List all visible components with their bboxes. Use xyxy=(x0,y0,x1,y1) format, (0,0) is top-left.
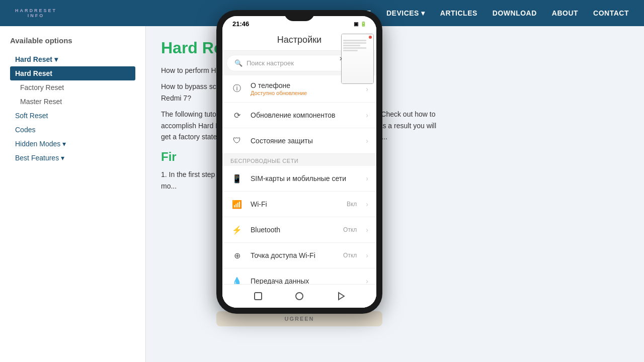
thumbnail-line-3 xyxy=(343,45,360,46)
triangle-icon xyxy=(336,292,345,301)
svg-marker-2 xyxy=(339,293,344,300)
thumbnail-line-1 xyxy=(343,40,366,41)
sidebar-item-codes[interactable]: Codes xyxy=(10,123,135,137)
sim-icon: 📱 xyxy=(230,172,244,185)
site-logo: HARDRESET INFO xyxy=(15,8,57,18)
sidebar-item-hidden-modes[interactable]: Hidden Modes ▾ xyxy=(10,137,135,151)
update-text: Обновление компонентов xyxy=(251,111,359,119)
status-icons: ▣ 🔋 xyxy=(354,21,366,27)
status-time: 21:46 xyxy=(232,20,249,28)
sidebar-item-hard-reset-heading[interactable]: Hard Reset ▾ xyxy=(10,52,135,66)
thumbnail-line-4 xyxy=(343,47,366,49)
settings-item-hotspot[interactable]: ⊕ Точка доступа Wi-Fi Откл › xyxy=(222,243,376,268)
search-icon: 🔍 xyxy=(234,59,243,67)
settings-item-wifi[interactable]: 📶 Wi-Fi Вкл › xyxy=(222,192,376,217)
stand-label: UGREEN xyxy=(284,316,314,322)
nav-back-button[interactable] xyxy=(253,291,264,302)
svg-point-1 xyxy=(296,293,303,300)
wifi-chevron: › xyxy=(366,200,368,208)
sidebar-title: Available options xyxy=(10,36,135,45)
hotspot-title: Точка доступа Wi-Fi xyxy=(251,251,336,259)
bluetooth-status: Откл xyxy=(343,226,357,233)
phone-notch xyxy=(284,10,314,21)
update-chevron: › xyxy=(366,111,368,119)
sidebar: Available options Hard Reset ▾ Hard Rese… xyxy=(0,26,146,362)
circle-icon xyxy=(295,292,304,301)
wireless-section-label: БЕСПРОВОДНЫЕ СЕТИ xyxy=(222,154,376,166)
settings-item-sim[interactable]: 📱 SIM-карты и мобильные сети › xyxy=(222,166,376,192)
about-chevron: › xyxy=(366,85,368,93)
bluetooth-title: Bluetooth xyxy=(251,226,336,234)
update-icon: ⟳ xyxy=(230,109,244,122)
sidebar-item-hard-reset[interactable]: Hard Reset xyxy=(10,66,135,80)
wifi-icon: 📶 xyxy=(230,198,244,211)
sim-title: SIM-карты и мобильные сети xyxy=(251,174,359,183)
hotspot-icon: ⊕ xyxy=(230,249,244,262)
site-nav: HOME DEVICES ▾ ARTICLES DOWNLOAD ABOUT C… xyxy=(349,9,629,17)
sim-chevron: › xyxy=(366,174,368,183)
protection-text: Состояние защиты xyxy=(251,137,359,145)
nav-contact[interactable]: CONTACT xyxy=(593,9,629,17)
thumbnail-arrow: › xyxy=(340,54,342,63)
sidebar-item-soft-reset[interactable]: Soft Reset xyxy=(10,109,135,123)
nav-devices[interactable]: DEVICES ▾ xyxy=(386,9,425,17)
about-icon: ⓘ xyxy=(230,82,244,96)
sidebar-item-best-features[interactable]: Best Features ▾ xyxy=(10,151,135,165)
right-space xyxy=(463,26,644,362)
hotspot-chevron: › xyxy=(366,251,368,259)
wifi-text: Wi-Fi xyxy=(251,200,340,208)
protection-title: Состояние защиты xyxy=(251,137,359,145)
screen-thumbnail xyxy=(341,34,374,84)
nav-home-button[interactable] xyxy=(294,291,305,302)
protection-icon: 🛡 xyxy=(230,134,244,147)
phone-screen: 21:46 ▣ 🔋 Настройки 🔍 Поиск настроек ⓘ xyxy=(222,16,376,308)
update-title: Обновление компонентов xyxy=(251,111,359,119)
bluetooth-icon: ⚡ xyxy=(230,223,244,236)
sidebar-item-master-reset[interactable]: Master Reset xyxy=(10,95,135,109)
nav-bar xyxy=(222,284,376,308)
nav-about[interactable]: ABOUT xyxy=(552,9,578,17)
wifi-title: Wi-Fi xyxy=(251,200,340,208)
phone-outer: 21:46 ▣ 🔋 Настройки 🔍 Поиск настроек ⓘ xyxy=(216,10,382,314)
search-placeholder: Поиск настроек xyxy=(247,59,294,67)
bluetooth-chevron: › xyxy=(366,226,368,234)
nav-download[interactable]: DOWNLOAD xyxy=(493,9,537,17)
protection-chevron: › xyxy=(366,137,368,145)
nav-recents-button[interactable] xyxy=(335,291,346,302)
hotspot-status: Откл xyxy=(343,252,357,259)
thumbnail-line-5 xyxy=(343,50,358,51)
thumbnail-content xyxy=(342,34,373,83)
logo-line1: HARDRESET xyxy=(15,8,57,13)
thumbnail-line-2 xyxy=(343,42,366,44)
about-subtitle: Доступно обновление xyxy=(251,90,359,96)
phone-container: 21:46 ▣ 🔋 Настройки 🔍 Поиск настроек ⓘ xyxy=(216,10,382,326)
settings-item-protection[interactable]: 🛡 Состояние защиты › xyxy=(222,128,376,154)
settings-item-bluetooth[interactable]: ⚡ Bluetooth Откл › xyxy=(222,217,376,243)
logo-line2: INFO xyxy=(15,13,57,18)
nav-articles[interactable]: ARTICLES xyxy=(440,9,477,17)
wifi-status: Вкл xyxy=(347,201,357,208)
hotspot-text: Точка доступа Wi-Fi xyxy=(251,251,336,259)
settings-item-update[interactable]: ⟳ Обновление компонентов › xyxy=(222,103,376,128)
thumbnail-dot xyxy=(369,36,372,39)
sidebar-item-factory-reset[interactable]: Factory Reset xyxy=(10,80,135,95)
square-icon xyxy=(254,292,263,301)
bluetooth-text: Bluetooth xyxy=(251,226,336,234)
svg-rect-0 xyxy=(255,293,262,300)
sim-text: SIM-карты и мобильные сети xyxy=(251,174,359,183)
